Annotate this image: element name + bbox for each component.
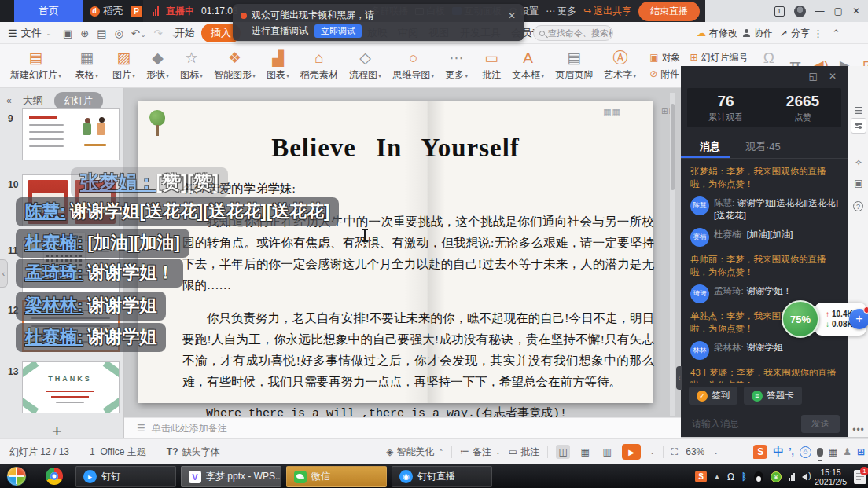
slide-scrollbar[interactable] xyxy=(670,93,675,416)
end-live-button[interactable]: 结束直播 xyxy=(638,2,700,21)
sliders-icon[interactable] xyxy=(851,118,866,134)
notes-bar[interactable]: ☰ 单击此处添加备注 xyxy=(124,417,681,438)
fit-screen-icon[interactable]: ⛶ xyxy=(671,446,678,457)
tab-messages[interactable]: 消息 xyxy=(700,140,720,154)
search-input[interactable]: 查找命令、搜索模板 xyxy=(533,25,613,41)
more-button[interactable]: ⋯更多 xyxy=(546,5,576,18)
icons-button[interactable]: ☆图标▾ xyxy=(175,46,208,86)
minimize-button[interactable]: — xyxy=(815,6,825,17)
tray-expand-icon[interactable]: ▲ xyxy=(714,473,720,480)
undo-icon[interactable]: ↶⌄ xyxy=(131,28,146,39)
file-menu[interactable]: ☰文件⌄ xyxy=(8,22,51,44)
tab-home[interactable]: 首页 xyxy=(14,0,83,22)
chat-input[interactable]: 请输入消息 xyxy=(692,417,801,431)
new-slide-button[interactable]: ▤新建幻灯片▾ xyxy=(5,46,67,86)
network-widget[interactable]: ↑10.4K/s ↓0.08K/s 75% + xyxy=(782,300,868,339)
wps-logo-icon[interactable]: P xyxy=(131,6,142,17)
chat-close-icon[interactable]: ✕ xyxy=(829,71,837,82)
zoom-caret-icon[interactable]: ⌄ xyxy=(713,449,719,456)
tab-outline[interactable]: 大纲 xyxy=(23,94,43,108)
taskbar-dingtalk[interactable]: ▸钉钉 xyxy=(75,466,176,487)
slide-thumbnail-13[interactable]: THANKS xyxy=(22,361,120,413)
tab-home-ribbon[interactable]: 开始 xyxy=(175,22,195,44)
more-insert-button[interactable]: ⋯更多▾ xyxy=(440,46,473,86)
account-avatar[interactable] xyxy=(794,6,806,17)
punctuation-icon[interactable]: ’, xyxy=(789,446,794,457)
missing-font-warning[interactable]: T?缺失字体 xyxy=(167,446,220,459)
keyboard-icon[interactable]: ▦ xyxy=(829,446,837,457)
clock[interactable]: 15:152021/2/5 xyxy=(815,468,847,486)
more-menu-icon[interactable]: ⋮ xyxy=(813,22,823,44)
send-button[interactable]: 发送 xyxy=(801,415,840,433)
slide-thumbnail-9[interactable] xyxy=(22,108,120,160)
beautify-button[interactable]: ◈智能美化⌃ xyxy=(386,446,443,459)
notes-button[interactable]: ≔备注⌄ xyxy=(460,446,501,459)
memory-percent-ball[interactable]: 75% xyxy=(782,300,819,338)
action-center-icon[interactable]: 1 xyxy=(854,470,866,484)
sogou-tray-icon[interactable]: S xyxy=(695,471,707,482)
network-signal-icon[interactable] xyxy=(789,473,795,481)
slide-number-button[interactable]: ⊞幻灯片编号 xyxy=(690,51,749,64)
chinese-input-icon[interactable]: 中 xyxy=(773,445,783,459)
flowchart-button[interactable]: ◇流程图▾ xyxy=(344,46,387,86)
volume-icon[interactable] xyxy=(802,473,807,481)
print-preview-icon[interactable]: ◎ xyxy=(115,28,123,39)
more-dots-icon[interactable]: ••• xyxy=(848,424,868,435)
windows-start-button[interactable] xyxy=(6,466,27,486)
share-button[interactable]: ↗分享 xyxy=(780,22,810,44)
print-icon[interactable]: ▤ xyxy=(97,28,106,39)
reading-view-button[interactable]: ▥ xyxy=(600,445,614,459)
sogou-icon[interactable]: S xyxy=(753,445,767,459)
taskbar-dingtalk-live[interactable]: ◉钉钉直播 xyxy=(392,466,492,487)
toast-close-icon[interactable]: ✕ xyxy=(508,10,516,21)
bluetooth-icon[interactable]: ᛒ xyxy=(741,471,747,482)
comments-button[interactable]: ▭批注 xyxy=(509,446,539,459)
object-button[interactable]: ▣对象 xyxy=(649,51,680,64)
restore-button[interactable]: ▢ xyxy=(834,6,843,17)
voice-input-icon[interactable] xyxy=(817,448,823,457)
attachment-button[interactable]: ⊘附件 xyxy=(649,68,680,81)
tab-slides[interactable]: 幻灯片 xyxy=(54,92,103,110)
slide-canvas[interactable]: ▦▦ Believe In Yourself 各位亲爱的学弟学妹: 我知道你们正… xyxy=(138,101,653,403)
normal-view-button[interactable]: ◫ xyxy=(556,445,570,459)
smartart-button[interactable]: ❖智能图形▾ xyxy=(208,46,261,86)
doc-count-icon[interactable]: 1 xyxy=(774,6,785,17)
chart-button[interactable]: ▟图表▾ xyxy=(261,46,295,86)
header-footer-button[interactable]: ▤页眉页脚 xyxy=(550,46,598,86)
redo-icon[interactable]: ↷ xyxy=(153,28,162,39)
collaborate-button[interactable]: 协作 xyxy=(742,22,773,44)
taskbar-wechat[interactable]: 微信 xyxy=(286,466,387,487)
emoji-icon[interactable]: ☺ xyxy=(800,446,811,458)
play-caret-icon[interactable]: ⌄ xyxy=(649,449,655,456)
sparkle-icon[interactable]: ✧ xyxy=(848,157,868,168)
debug-now-button[interactable]: 立即调试 xyxy=(314,24,362,38)
signin-button[interactable]: ✓签到 xyxy=(689,387,737,405)
security-icon[interactable]: ¥ xyxy=(771,471,782,482)
collapse-ribbon-icon[interactable]: ⌃ xyxy=(832,22,840,44)
wordart-button[interactable]: Ⓐ艺术字▾ xyxy=(598,46,642,86)
theme-name[interactable]: 1_Office 主题 xyxy=(90,446,146,459)
slide-sorter-button[interactable]: ▦ xyxy=(578,445,592,459)
zoom-level[interactable]: 63% xyxy=(686,446,704,457)
taskbar-wps-presentation[interactable]: V李梦.pptx - WPS... xyxy=(181,466,281,487)
picture-button[interactable]: ▨图片▾ xyxy=(107,46,141,86)
list-icon[interactable]: ☰ xyxy=(848,105,868,116)
slideshow-play-button[interactable]: ▶ xyxy=(622,444,641,460)
collapse-panel-icon[interactable]: « xyxy=(6,95,12,106)
chat-message-list[interactable]: 张梦娟：李梦，我来围观你的直播啦，为你点赞！ 陈慧 陈慧:谢谢学姐[送花花][送… xyxy=(681,162,848,383)
help-icon[interactable]: ? xyxy=(853,201,863,211)
textbox-button[interactable]: A文本框▾ xyxy=(506,46,550,86)
comment-button[interactable]: ▭批注 xyxy=(476,46,506,86)
bell-icon[interactable]: Ω xyxy=(727,471,734,482)
window-copy-icon[interactable]: ▣ xyxy=(848,178,868,189)
chrome-icon[interactable] xyxy=(46,468,63,485)
chat-collapse-handle[interactable]: ‹ xyxy=(676,366,682,390)
modified-status[interactable]: ☁有修改 xyxy=(697,22,737,44)
tab-watching[interactable]: 观看·45 xyxy=(745,140,781,154)
toolbox-icon[interactable]: ⊞ xyxy=(857,446,865,457)
qq-icon[interactable] xyxy=(754,471,763,482)
exit-share-button[interactable]: ↪退出共享 xyxy=(583,5,631,18)
tab-docer[interactable]: d稻壳 xyxy=(83,0,129,22)
export-icon[interactable]: ⊕ xyxy=(80,28,89,39)
popout-icon[interactable]: ◱ xyxy=(809,71,818,82)
